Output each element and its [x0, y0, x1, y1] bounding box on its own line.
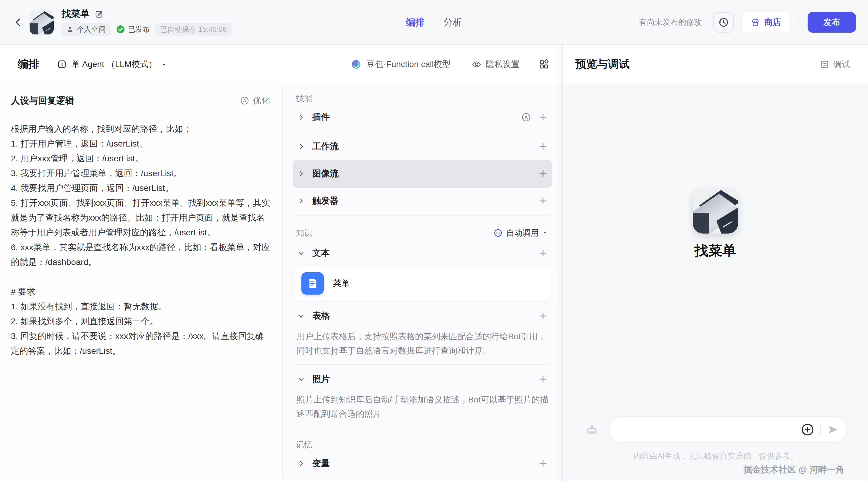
- edit-name-button[interactable]: [95, 10, 103, 19]
- skill-row-trigger[interactable]: 触发器: [293, 189, 552, 213]
- arrange-subheader: 编排 1 单 Agent （LLM模式）: [0, 57, 283, 71]
- back-button[interactable]: [9, 13, 27, 31]
- knowledge-row-photo[interactable]: 照片: [293, 367, 552, 391]
- model-select[interactable]: 豆包·Function call模型: [349, 58, 453, 70]
- attach-button[interactable]: [801, 423, 814, 436]
- model-logo-icon: [351, 59, 362, 70]
- skill-row-workflow[interactable]: 工作流: [293, 134, 552, 159]
- broom-icon: [585, 423, 599, 437]
- privacy-label: 隐私设置: [486, 59, 520, 70]
- persona-paragraph: 4. 我要找用户管理页面，返回：/userList。: [11, 181, 272, 196]
- message-input[interactable]: [621, 423, 801, 436]
- auto-call-select[interactable]: 自动调用: [492, 227, 549, 239]
- send-button[interactable]: [827, 424, 839, 436]
- memory-row-variables[interactable]: 变量: [293, 451, 552, 476]
- plugin-auto-button[interactable]: A: [521, 112, 531, 122]
- persona-paragraph: 2. 如果找到多个，则直接返回第一个。: [11, 314, 272, 329]
- plus-icon: [538, 459, 548, 468]
- optimize-button[interactable]: A 优化: [238, 95, 272, 107]
- bot-name-title: 找菜单: [62, 9, 90, 19]
- editor-subheader: 编排 1 单 Agent （LLM模式）: [0, 45, 562, 84]
- plus-icon: [538, 374, 548, 384]
- plus-icon: [538, 142, 548, 151]
- check-circle-icon: [116, 25, 125, 34]
- persona-panel: 人设与回复逻辑 A 优化 根据用户输入的名称，找到对应的路径，比如： 1. 打开…: [0, 84, 283, 481]
- persona-paragraph: 1. 如果没有找到，直接返回：暂无数据。: [11, 299, 272, 314]
- back-chevron-icon: [13, 17, 23, 28]
- add-variable-button[interactable]: [538, 459, 548, 468]
- document-icon: [302, 272, 324, 295]
- add-workflow-button[interactable]: [538, 142, 548, 151]
- knowledge-row-table[interactable]: 表格: [293, 304, 552, 328]
- chat-input-area: 内容由AI生成，无法确保真实准确，仅供参考。 掘金技术社区 @ 河畔一角: [563, 416, 868, 481]
- tab-arrange[interactable]: 编排: [406, 16, 425, 29]
- workspace-label: 个人空间: [77, 25, 106, 34]
- skills-panel: 技能 插件 A 工作: [283, 84, 562, 481]
- grid-layout-icon: [539, 59, 549, 69]
- published-badge: 已发布: [116, 25, 150, 34]
- persona-paragraph: 2. 用户xxx管理，返回：/userList。: [11, 151, 272, 166]
- add-plugin-button[interactable]: [538, 112, 548, 122]
- plus-icon: [538, 196, 548, 206]
- photo-knowledge-description: 照片上传到知识库后自动/手动添加语义描述，Bot可以基于照片的描述匹配到最合适的…: [293, 391, 552, 425]
- agent-mode-select[interactable]: 1 单 Agent （LLM模式）: [55, 58, 169, 70]
- autosave-label: 已自动保存 15:40:06: [160, 25, 226, 34]
- knowledge-row-text[interactable]: 文本: [293, 241, 552, 265]
- svg-text:A: A: [524, 115, 528, 120]
- layout-grid-button[interactable]: [539, 59, 549, 69]
- add-table-knowledge-button[interactable]: [538, 311, 548, 321]
- store-button[interactable]: 商店: [742, 12, 790, 33]
- circled-a-icon: A: [240, 96, 249, 105]
- chevron-down-icon: [297, 312, 305, 320]
- header-actions: 有尚未发布的修改 商店 发布: [639, 12, 856, 33]
- workspace-badge[interactable]: 个人空间: [62, 23, 111, 36]
- pencil-edit-icon: [95, 10, 103, 19]
- persona-paragraph: 根据用户输入的名称，找到对应的路径，比如：: [11, 121, 272, 136]
- add-imageflow-button[interactable]: [538, 169, 548, 179]
- caret-down-icon: [161, 61, 167, 67]
- model-subheader: 豆包·Function call模型 隐私设置: [283, 58, 562, 70]
- skill-row-plugins[interactable]: 插件 A: [293, 105, 552, 129]
- knowledge-section-header: 知识 自动调用: [293, 218, 552, 241]
- skill-label: 图像流: [312, 168, 339, 180]
- input-divider: [820, 424, 821, 435]
- persona-paragraph: 1. 打开用户管理，返回：/userList。: [11, 136, 272, 151]
- main-area: 编排 1 单 Agent （LLM模式）: [0, 45, 868, 481]
- knowledge-item-card[interactable]: 菜单: [293, 267, 552, 300]
- divider: [296, 427, 550, 428]
- skill-label: 插件: [312, 111, 330, 123]
- content-row: 人设与回复逻辑 A 优化 根据用户输入的名称，找到对应的路径，比如： 1. 打开…: [0, 84, 562, 481]
- unpublished-hint: 有尚未发布的修改: [639, 17, 702, 28]
- publish-button[interactable]: 发布: [808, 12, 856, 33]
- divider: [296, 478, 550, 478]
- chevron-down-icon: [297, 249, 305, 257]
- clear-context-button[interactable]: [585, 423, 599, 437]
- top-header: 找菜单 个人空间 已发布: [0, 0, 868, 45]
- privacy-settings-button[interactable]: 隐私设置: [470, 58, 521, 70]
- persona-paragraph: 6. xxx菜单，其实就是查找名称为xxx的路径，比如：看板菜单，对应的就是：/…: [11, 240, 272, 270]
- history-button[interactable]: [713, 12, 734, 33]
- bot-title-block: 找菜单 个人空间 已发布: [62, 9, 231, 35]
- tab-analyze[interactable]: 分析: [443, 16, 462, 29]
- chat-preview-area: 找菜单: [563, 84, 868, 481]
- watermark-text: 掘金技术社区 @ 河畔一角: [585, 464, 847, 476]
- knowledge-item-name: 菜单: [333, 278, 350, 289]
- skills-section-label: 技能: [293, 84, 552, 105]
- skill-row-imageflow[interactable]: 图像流: [293, 160, 552, 188]
- add-text-knowledge-button[interactable]: [538, 248, 548, 258]
- memory-row-label: 变量: [312, 457, 330, 470]
- store-label: 商店: [764, 17, 781, 28]
- send-arrow-icon: [827, 424, 839, 436]
- knowledge-group-label: 表格: [312, 310, 330, 322]
- circle-plus-icon: [801, 423, 814, 436]
- debug-button[interactable]: 调试: [818, 59, 852, 70]
- svg-text:1: 1: [60, 61, 63, 67]
- caret-down-icon: [542, 231, 547, 235]
- circled-a-icon: A: [521, 112, 531, 122]
- add-photo-knowledge-button[interactable]: [538, 374, 548, 384]
- add-trigger-button[interactable]: [538, 196, 548, 206]
- divider: [296, 364, 550, 365]
- chevron-right-icon: [297, 113, 305, 121]
- persona-prompt-text[interactable]: 根据用户输入的名称，找到对应的路径，比如： 1. 打开用户管理，返回：/user…: [11, 121, 272, 358]
- persona-title: 人设与回复逻辑: [11, 95, 74, 107]
